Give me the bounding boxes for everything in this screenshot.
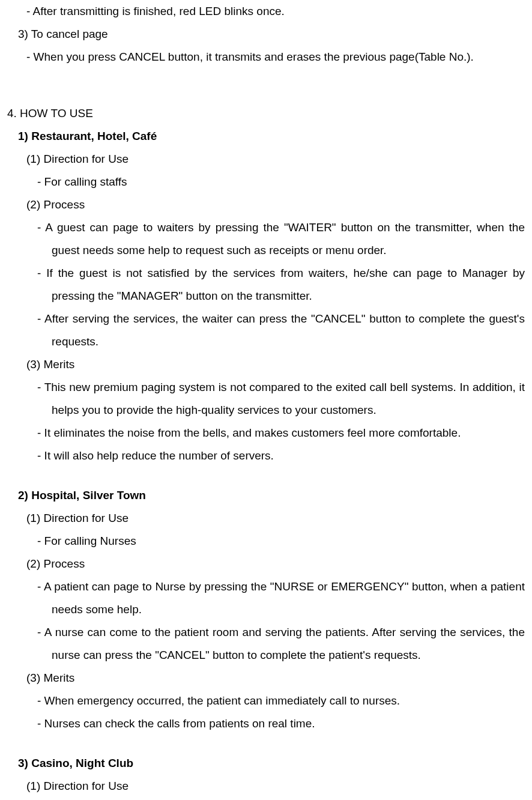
use1-direction-item: - For calling staffs bbox=[7, 171, 525, 193]
use3-title: 3) Casino, Night Club bbox=[7, 752, 525, 775]
use3-direction-label: (1) Direction for Use bbox=[7, 775, 525, 798]
use1-merits-item: - This new premium paging system is not … bbox=[7, 376, 525, 422]
use2-process-item: - A nurse can come to the patient room a… bbox=[7, 621, 525, 667]
use2-merits-label: (3) Merits bbox=[7, 667, 525, 689]
use1-process-item: - If the guest is not satisfied by the s… bbox=[7, 262, 525, 308]
use1-process-label: (2) Process bbox=[7, 193, 525, 216]
use1-merits-item: - It eliminates the noise from the bells… bbox=[7, 422, 525, 444]
top-line-2: 3) To cancel page bbox=[7, 23, 525, 46]
use1-title: 1) Restaurant, Hotel, Café bbox=[7, 125, 525, 148]
use2-process-label: (2) Process bbox=[7, 553, 525, 575]
use2-merits-item: - When emergency occurred, the patient c… bbox=[7, 689, 525, 712]
use2-title: 2) Hospital, Silver Town bbox=[7, 484, 525, 507]
use2-direction-label: (1) Direction for Use bbox=[7, 507, 525, 530]
use2-merits-item: - Nurses can check the calls from patien… bbox=[7, 712, 525, 735]
use1-merits-item: - It will also help reduce the number of… bbox=[7, 444, 525, 467]
section-4-heading: 4. HOW TO USE bbox=[7, 102, 525, 125]
top-line-1: - After transmitting is finished, red LE… bbox=[7, 0, 525, 23]
use1-process-item: - After serving the services, the waiter… bbox=[7, 308, 525, 353]
use2-process-item: - A patient can page to Nurse by pressin… bbox=[7, 575, 525, 621]
use1-direction-label: (1) Direction for Use bbox=[7, 148, 525, 171]
use2-direction-item: - For calling Nurses bbox=[7, 530, 525, 553]
top-line-3: - When you press CANCEL button, it trans… bbox=[7, 46, 525, 68]
use1-process-item: - A guest can page to waiters by pressin… bbox=[7, 216, 525, 262]
use1-merits-label: (3) Merits bbox=[7, 353, 525, 376]
